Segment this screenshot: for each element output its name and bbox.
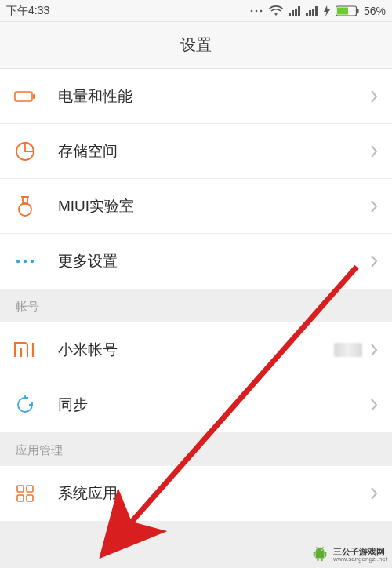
mi-logo-icon: [14, 339, 36, 361]
svg-rect-5: [295, 9, 297, 16]
row-label: MIUI实验室: [58, 196, 370, 217]
svg-rect-16: [33, 94, 35, 99]
svg-point-32: [321, 549, 322, 550]
battery-icon: [336, 5, 359, 16]
chevron-right-icon: [370, 199, 378, 213]
svg-rect-3: [289, 13, 291, 16]
svg-rect-29: [27, 495, 33, 501]
lab-flask-icon: [14, 195, 36, 217]
row-battery-performance[interactable]: 电量和性能: [0, 69, 392, 124]
svg-rect-34: [314, 552, 315, 556]
svg-rect-4: [292, 10, 294, 16]
wifi-icon: [268, 5, 284, 16]
svg-point-21: [16, 260, 20, 263]
chevron-right-icon: [370, 343, 378, 357]
settings-group-account: 小米帐号 同步: [0, 322, 392, 432]
svg-point-0: [251, 9, 253, 12]
svg-line-39: [322, 547, 323, 548]
settings-group-apps: 系统应用: [0, 466, 392, 521]
storage-icon: [14, 140, 36, 162]
svg-rect-14: [337, 7, 348, 14]
svg-rect-37: [321, 559, 323, 562]
row-label: 存储空间: [58, 141, 370, 162]
header: 设置: [0, 22, 392, 69]
row-mi-account[interactable]: 小米帐号: [0, 322, 392, 377]
status-time: 下午4:33: [6, 4, 49, 18]
svg-rect-8: [309, 10, 311, 16]
row-sync[interactable]: 同步: [0, 377, 392, 432]
row-more-settings[interactable]: 更多设置: [0, 234, 392, 289]
row-label: 系统应用: [58, 483, 370, 504]
chevron-right-icon: [370, 89, 378, 104]
svg-point-22: [24, 260, 27, 263]
svg-line-38: [316, 547, 317, 548]
svg-point-31: [318, 549, 318, 550]
watermark-url: www.sangongzi.net: [333, 556, 387, 563]
svg-rect-35: [325, 552, 326, 556]
sync-icon: [14, 394, 36, 416]
chevron-right-icon: [370, 254, 378, 268]
section-header-account: 帐号: [0, 289, 392, 322]
svg-rect-33: [316, 552, 325, 558]
row-label: 更多设置: [58, 251, 370, 271]
chevron-right-icon: [370, 486, 378, 501]
row-label: 电量和性能: [58, 86, 370, 107]
svg-rect-9: [312, 9, 314, 16]
chevron-right-icon: [370, 144, 378, 158]
svg-rect-28: [17, 495, 24, 501]
row-storage[interactable]: 存储空间: [0, 124, 392, 179]
signal-sim2-icon: [306, 6, 318, 16]
svg-rect-15: [15, 92, 32, 101]
svg-rect-36: [317, 559, 318, 562]
account-value-redacted: [334, 343, 362, 357]
svg-point-2: [260, 9, 263, 12]
svg-rect-27: [27, 486, 33, 492]
grid-apps-icon: [14, 482, 36, 504]
signal-sim1-icon: [289, 6, 301, 16]
more-status-icon: [249, 7, 263, 15]
charging-icon: [323, 5, 331, 16]
settings-group-general: 电量和性能 存储空间 MIUI实验室: [0, 69, 392, 289]
more-dots-icon: [14, 250, 36, 272]
section-header-apps: 应用管理: [0, 432, 392, 466]
svg-rect-13: [357, 9, 359, 13]
watermark-title: 三公子游戏网: [333, 548, 387, 556]
svg-rect-6: [298, 6, 300, 16]
svg-point-1: [256, 9, 258, 12]
svg-rect-10: [315, 6, 318, 16]
svg-rect-26: [17, 486, 24, 492]
svg-marker-11: [324, 5, 330, 16]
status-right: 56%: [249, 5, 386, 17]
row-label: 同步: [58, 395, 370, 415]
row-system-apps[interactable]: 系统应用: [0, 466, 392, 521]
svg-point-23: [31, 260, 34, 263]
chevron-right-icon: [370, 398, 378, 412]
watermark: 三公子游戏网 www.sangongzi.net: [311, 546, 387, 563]
battery-perf-icon: [14, 86, 36, 107]
status-bar: 下午4:33 56%: [0, 0, 392, 22]
battery-percent: 56%: [364, 5, 386, 17]
page-title: 设置: [180, 35, 212, 56]
svg-rect-7: [306, 13, 308, 16]
svg-point-18: [19, 203, 31, 216]
row-miui-lab[interactable]: MIUI实验室: [0, 179, 392, 234]
row-label: 小米帐号: [58, 340, 334, 360]
android-icon: [311, 546, 328, 563]
